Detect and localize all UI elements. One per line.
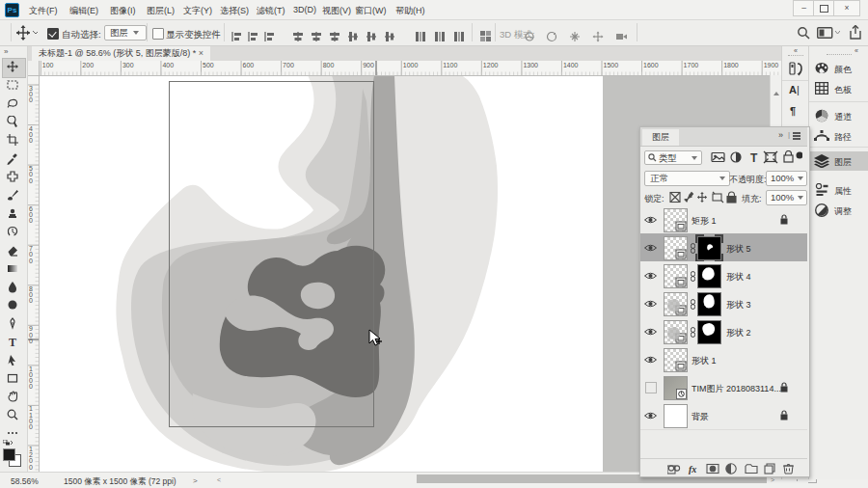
svg-text:0: 0 — [29, 383, 33, 390]
svg-text:fx: fx — [689, 464, 696, 474]
svg-text:1900: 1900 — [764, 62, 779, 68]
svg-text:1400: 1400 — [563, 62, 579, 68]
svg-text:0: 0 — [29, 423, 33, 430]
svg-text:1100: 1100 — [443, 62, 457, 68]
svg-text:0: 0 — [29, 338, 33, 344]
svg-text:1500: 1500 — [604, 62, 619, 68]
svg-text:0: 0 — [29, 217, 33, 224]
svg-text:500: 500 — [203, 62, 214, 68]
svg-text:200: 200 — [82, 62, 94, 68]
svg-text:700: 700 — [283, 62, 294, 68]
svg-text:0: 0 — [29, 96, 33, 103]
svg-text:1300: 1300 — [523, 62, 538, 68]
svg-text:1700: 1700 — [684, 62, 699, 68]
svg-text:900: 900 — [363, 62, 374, 68]
svg-text:600: 600 — [243, 62, 255, 68]
svg-text:T: T — [750, 151, 758, 165]
svg-text:1800: 1800 — [723, 62, 739, 68]
svg-text:T: T — [9, 336, 16, 348]
svg-text:1200: 1200 — [483, 62, 499, 68]
svg-text:0: 0 — [29, 258, 33, 264]
svg-text:0: 0 — [29, 177, 33, 184]
svg-text:400: 400 — [162, 62, 174, 68]
svg-text:0: 0 — [29, 137, 33, 144]
svg-text:0: 0 — [29, 464, 33, 471]
svg-text:0: 0 — [29, 297, 33, 304]
svg-text:100: 100 — [42, 62, 54, 68]
svg-text:300: 300 — [122, 62, 134, 68]
svg-text:1600: 1600 — [643, 62, 659, 68]
svg-text:1000: 1000 — [403, 62, 419, 68]
svg-text:800: 800 — [323, 62, 335, 68]
